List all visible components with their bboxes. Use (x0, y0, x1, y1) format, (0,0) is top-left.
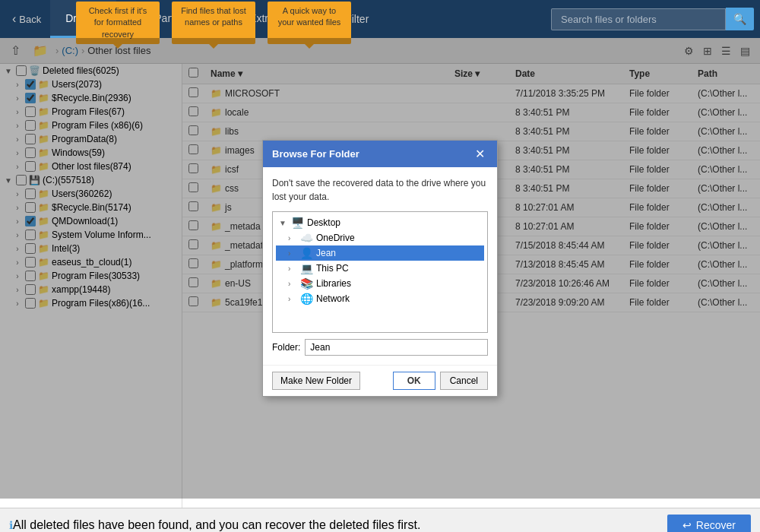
cancel-button[interactable]: Cancel (440, 372, 488, 390)
ftree-network[interactable]: › 🌐 Network (276, 291, 484, 306)
modal-body: Don't save the recovered data to the dri… (263, 167, 497, 365)
search-button[interactable]: 🔍 (726, 8, 754, 30)
recover-button[interactable]: ↩ Recover (667, 515, 751, 533)
modal-warning-text: Don't save the recovered data to the dri… (272, 176, 488, 204)
ftree-onedrive[interactable]: › ☁️ OneDrive (276, 230, 484, 245)
tab-extra-files[interactable]: Extra Files (234, 0, 315, 38)
bottom-bar: ℹ All deleted files have been found, and… (0, 508, 760, 532)
back-label: Back (19, 14, 41, 25)
ftree-libraries[interactable]: › 📚 Libraries (276, 276, 484, 291)
ftree-thispc[interactable]: › 💻 This PC (276, 261, 484, 276)
back-button[interactable]: ‹ Back (6, 9, 47, 29)
tab-lost-partition-label: Lost Partition Files (131, 12, 219, 24)
tab-drive-c[interactable]: Drive C (50, 0, 116, 38)
user-icon: 👤 (300, 247, 313, 259)
desktop-icon: 🖥️ (291, 217, 304, 229)
recover-icon: ↩ (682, 519, 692, 531)
tab-filter-label: Filter (345, 13, 369, 25)
app-header: ‹ Back Drive C Lost Partition Files Extr… (0, 0, 760, 38)
ftree-desktop[interactable]: ▼ 🖥️ Desktop (276, 215, 484, 230)
ftree-network-label: Network (316, 293, 350, 304)
modal-overlay: Browse For Folder ✕ Don't save the recov… (0, 38, 760, 499)
ftree-onedrive-label: OneDrive (316, 233, 355, 243)
search-input[interactable] (551, 8, 726, 30)
nav-bar: ‹ Back Drive C Lost Partition Files Extr… (0, 0, 760, 38)
pc-icon: 💻 (300, 262, 313, 274)
ftree-expand-icon: › (288, 249, 297, 258)
ftree-expand-icon: › (288, 295, 297, 303)
ftree-expand-icon: ▼ (279, 219, 288, 227)
folder-tree-box[interactable]: ▼ 🖥️ Desktop › ☁️ OneDrive › 👤 Jean › 💻 (272, 211, 488, 333)
ftree-expand-icon: › (288, 264, 297, 273)
ftree-jean[interactable]: › 👤 Jean (276, 245, 484, 261)
tab-extra-files-label: Extra Files (249, 12, 299, 24)
modal-action-buttons: OK Cancel (393, 372, 488, 390)
ok-button[interactable]: OK (393, 372, 435, 390)
folder-input[interactable] (305, 339, 488, 356)
nav-tabs: Drive C Lost Partition Files Extra Files… (50, 0, 551, 38)
tab-lost-partition[interactable]: Lost Partition Files (116, 0, 234, 38)
modal-header: Browse For Folder ✕ (263, 141, 497, 167)
recover-label: Recover (696, 519, 736, 531)
folder-label: Folder: (272, 342, 300, 353)
libraries-icon: 📚 (300, 277, 313, 290)
ftree-desktop-label: Desktop (307, 217, 340, 228)
ftree-jean-label: Jean (316, 248, 336, 258)
make-new-folder-button[interactable]: Make New Folder (272, 372, 360, 390)
modal-title: Browse For Folder (272, 148, 359, 160)
browse-folder-modal: Browse For Folder ✕ Don't save the recov… (262, 140, 498, 397)
onedrive-icon: ☁️ (300, 232, 313, 244)
ftree-thispc-label: This PC (316, 263, 349, 274)
ftree-libraries-label: Libraries (316, 278, 351, 289)
network-icon: 🌐 (300, 293, 313, 305)
modal-close-button[interactable]: ✕ (472, 147, 488, 161)
ftree-expand-icon: › (288, 234, 297, 242)
folder-input-row: Folder: (272, 339, 488, 356)
tab-drive-c-label: Drive C (65, 12, 101, 24)
modal-footer: Make New Folder OK Cancel (263, 365, 497, 396)
status-message: All deleted files have been found, and y… (13, 518, 420, 532)
filter-icon: ⚗ (331, 13, 340, 25)
search-box: 🔍 (551, 8, 754, 30)
ftree-expand-icon: › (288, 280, 297, 288)
back-arrow-icon: ‹ (12, 12, 16, 26)
tab-filter[interactable]: ⚗ Filter (315, 0, 384, 38)
